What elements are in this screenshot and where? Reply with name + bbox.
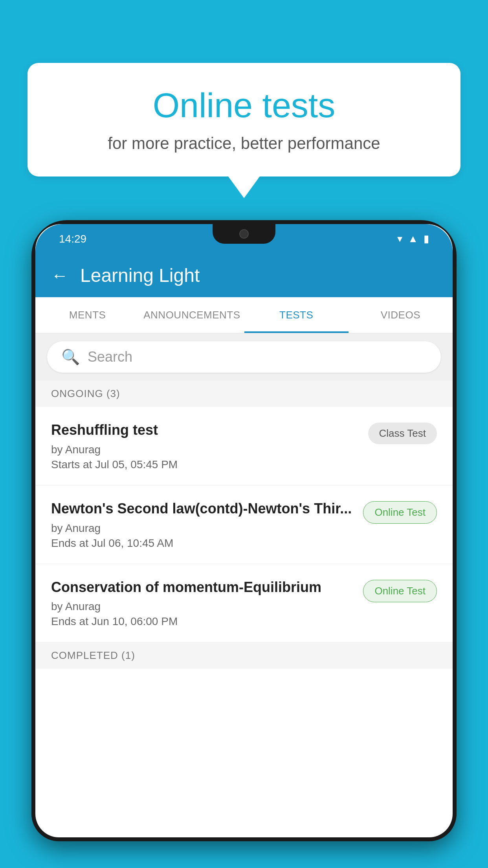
test-badge-newton: Online Test xyxy=(363,501,437,524)
bubble-title: Online tests xyxy=(59,86,429,125)
status-icons: ▾ ▲ ▮ xyxy=(397,233,429,245)
tab-tests[interactable]: TESTS xyxy=(244,297,349,333)
phone-screen: 14:29 ▾ ▲ ▮ ← Learning Light xyxy=(35,224,453,837)
wifi-icon: ▾ xyxy=(397,233,402,245)
bubble-arrow xyxy=(228,177,260,198)
search-bar-section: 🔍 Search xyxy=(35,333,453,381)
test-info-conservation: Conservation of momentum-Equilibrium by … xyxy=(51,578,355,628)
test-time-conservation: Ends at Jun 10, 06:00 PM xyxy=(51,615,355,628)
test-info-reshuffling: Reshuffling test by Anurag Starts at Jul… xyxy=(51,421,360,471)
test-time-reshuffling: Starts at Jul 05, 05:45 PM xyxy=(51,458,360,471)
tab-videos[interactable]: VIDEOS xyxy=(349,297,453,333)
tab-ments[interactable]: MENTS xyxy=(35,297,139,333)
tests-list: Reshuffling test by Anurag Starts at Jul… xyxy=(35,407,453,642)
test-by-conservation: by Anurag xyxy=(51,600,355,613)
search-placeholder: Search xyxy=(88,349,132,365)
app-header: ← Learning Light xyxy=(35,254,453,297)
front-camera xyxy=(239,229,249,239)
back-button[interactable]: ← xyxy=(51,267,68,284)
search-bar[interactable]: 🔍 Search xyxy=(47,341,441,373)
phone-content: ← Learning Light MENTS ANNOUNCEMENTS TES… xyxy=(35,254,453,837)
test-by-reshuffling: by Anurag xyxy=(51,443,360,456)
test-info-newton: Newton's Second law(contd)-Newton's Thir… xyxy=(51,500,355,550)
test-name-reshuffling: Reshuffling test xyxy=(51,421,360,440)
test-item-conservation[interactable]: Conservation of momentum-Equilibrium by … xyxy=(35,564,453,643)
completed-label: COMPLETED (1) xyxy=(51,649,135,661)
phone-notch xyxy=(213,224,275,244)
tabs-bar: MENTS ANNOUNCEMENTS TESTS VIDEOS xyxy=(35,297,453,333)
app-title: Learning Light xyxy=(80,265,200,286)
test-name-conservation: Conservation of momentum-Equilibrium xyxy=(51,578,355,597)
ongoing-section-header: ONGOING (3) xyxy=(35,381,453,407)
status-bar: 14:29 ▾ ▲ ▮ xyxy=(35,224,453,254)
ongoing-label: ONGOING (3) xyxy=(51,388,120,399)
test-item-newton[interactable]: Newton's Second law(contd)-Newton's Thir… xyxy=(35,485,453,564)
test-name-newton: Newton's Second law(contd)-Newton's Thir… xyxy=(51,500,355,518)
search-icon: 🔍 xyxy=(61,348,80,366)
battery-icon: ▮ xyxy=(424,233,429,245)
phone-container: 14:29 ▾ ▲ ▮ ← Learning Light xyxy=(31,220,457,868)
tab-announcements[interactable]: ANNOUNCEMENTS xyxy=(139,297,244,333)
test-badge-conservation: Online Test xyxy=(363,580,437,602)
test-by-newton: by Anurag xyxy=(51,522,355,535)
completed-section-header: COMPLETED (1) xyxy=(35,642,453,669)
test-item-reshuffling[interactable]: Reshuffling test by Anurag Starts at Jul… xyxy=(35,407,453,485)
bubble-subtitle: for more practice, better performance xyxy=(59,134,429,153)
test-badge-reshuffling: Class Test xyxy=(368,423,437,444)
phone-device: 14:29 ▾ ▲ ▮ ← Learning Light xyxy=(31,220,457,841)
status-time: 14:29 xyxy=(59,233,86,245)
test-time-newton: Ends at Jul 06, 10:45 AM xyxy=(51,537,355,550)
speech-bubble-section: Online tests for more practice, better p… xyxy=(28,63,460,198)
speech-bubble-card: Online tests for more practice, better p… xyxy=(28,63,460,177)
signal-icon: ▲ xyxy=(408,233,418,245)
